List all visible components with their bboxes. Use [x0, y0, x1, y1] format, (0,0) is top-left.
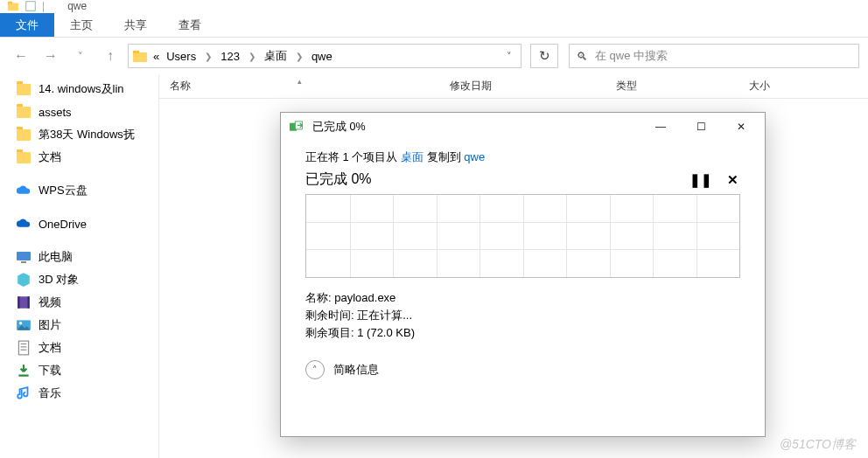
pictures-icon: [16, 317, 32, 333]
sidebar-item-wps[interactable]: WPS云盘: [0, 179, 158, 202]
qat-item-icon[interactable]: [24, 0, 37, 12]
sidebar-item-label: 下载: [38, 363, 61, 378]
folder-qat-icon: [7, 0, 19, 12]
svg-rect-16: [18, 375, 28, 377]
chevron-right-icon[interactable]: ❯: [245, 52, 259, 61]
svg-rect-4: [133, 51, 139, 53]
document-icon: [16, 340, 32, 356]
search-input[interactable]: 🔍︎ 在 qwe 中搜索: [569, 44, 859, 68]
detail-name: 名称: payload.exe: [305, 290, 740, 306]
sidebar-item-label: 视频: [38, 295, 61, 310]
collapse-details-button[interactable]: ˄: [305, 360, 325, 379]
navigation-pane: 14. windows及lin assets 第38天 Windows抚 文档 …: [0, 74, 159, 458]
film-icon: [16, 295, 32, 310]
column-header-type[interactable]: 类型: [606, 79, 728, 94]
sidebar-item-label: 文档: [38, 340, 61, 356]
svg-rect-3: [133, 52, 147, 62]
download-icon: [16, 363, 32, 378]
dialog-title: 已完成 0%: [312, 120, 366, 135]
folder-icon: [16, 127, 32, 142]
breadcrumb-item[interactable]: qwe: [310, 50, 334, 63]
sidebar-item-videos[interactable]: 视频: [0, 291, 158, 314]
detail-time: 剩余时间: 正在计算...: [305, 308, 740, 323]
search-icon: 🔍︎: [577, 50, 588, 63]
copy-progress-dialog: 已完成 0% — ☐ ✕ 正在将 1 个项目从 桌面 复制到 qwe 已完成 0…: [280, 112, 766, 437]
progress-label: 已完成 0%: [305, 170, 372, 189]
cloud-icon: [16, 216, 32, 232]
back-button[interactable]: ←: [9, 44, 33, 68]
cancel-button[interactable]: ✕: [724, 172, 740, 188]
svg-rect-0: [8, 3, 18, 11]
copy-dest-link[interactable]: qwe: [464, 150, 485, 163]
column-headers: ▴名称 修改日期 类型 大小: [159, 74, 868, 99]
svg-rect-5: [17, 252, 31, 260]
svg-rect-6: [21, 261, 26, 263]
sidebar-item-downloads[interactable]: 下载: [0, 359, 158, 382]
column-header-date[interactable]: 修改日期: [439, 79, 606, 94]
sidebar-item-thispc[interactable]: 此电脑: [0, 246, 158, 268]
svg-point-11: [19, 322, 22, 324]
forward-button[interactable]: →: [38, 44, 63, 68]
sidebar-item-label: 3D 对象: [38, 272, 79, 288]
sidebar-item-label: WPS云盘: [38, 183, 88, 198]
sidebar-item-onedrive[interactable]: OneDrive: [0, 212, 158, 235]
chevron-right-icon[interactable]: ❯: [201, 52, 215, 61]
music-icon: [16, 385, 32, 401]
search-placeholder: 在 qwe 中搜索: [595, 48, 668, 64]
maximize-button[interactable]: ☐: [681, 114, 721, 140]
sidebar-item-quick[interactable]: 文档: [0, 146, 158, 169]
pause-button[interactable]: ❚❚: [690, 172, 705, 188]
svg-rect-12: [18, 341, 28, 355]
ribbon-tab-view[interactable]: 查看: [163, 13, 217, 37]
breadcrumb-item[interactable]: 123: [219, 50, 242, 63]
sidebar-item-documents[interactable]: 文档: [0, 337, 158, 359]
sort-asc-icon: ▴: [298, 77, 302, 86]
sidebar-item-label: 音乐: [38, 385, 61, 401]
column-header-size[interactable]: 大小: [728, 79, 780, 94]
throughput-graph: [305, 194, 740, 278]
detail-items: 剩余项目: 1 (72.0 KB): [305, 325, 740, 341]
sidebar-item-music[interactable]: 音乐: [0, 382, 158, 405]
sidebar-item-quick[interactable]: 第38天 Windows抚: [0, 123, 158, 146]
refresh-button[interactable]: ↻: [530, 44, 558, 68]
sidebar-item-pictures[interactable]: 图片: [0, 314, 158, 337]
breadcrumb-prefix[interactable]: «: [151, 50, 161, 63]
sidebar-item-3dobjects[interactable]: 3D 对象: [0, 268, 158, 291]
svg-rect-2: [26, 2, 36, 11]
folder-icon: [16, 104, 32, 120]
sidebar-item-label: 文档: [38, 149, 61, 165]
ribbon-tab-home[interactable]: 主页: [54, 13, 108, 37]
cube-icon: [16, 272, 32, 288]
minimize-button[interactable]: —: [640, 114, 681, 140]
address-dropdown-icon[interactable]: ˅: [501, 51, 517, 62]
ribbon-tab-share[interactable]: 共享: [108, 13, 163, 37]
svg-rect-1: [8, 2, 12, 4]
sidebar-item-label: 第38天 Windows抚: [38, 127, 135, 142]
copy-source-link[interactable]: 桌面: [401, 150, 424, 163]
close-button[interactable]: ✕: [721, 114, 761, 140]
fewer-details-label[interactable]: 简略信息: [333, 362, 379, 378]
chevron-right-icon[interactable]: ❯: [292, 52, 306, 61]
cloud-icon: [16, 183, 32, 198]
folder-icon: [16, 81, 32, 97]
copy-description: 正在将 1 个项目从 桌面 复制到 qwe: [305, 149, 740, 165]
column-header-name[interactable]: ▴名称: [159, 79, 439, 94]
sidebar-item-label: 此电脑: [38, 249, 73, 265]
history-dropdown[interactable]: ˅: [68, 44, 93, 68]
sidebar-item-quick[interactable]: 14. windows及lin: [0, 78, 158, 101]
breadcrumb-item[interactable]: 桌面: [262, 48, 289, 64]
navigation-bar: ← → ˅ ↑ « Users ❯ 123 ❯ 桌面 ❯ qwe ˅ ↻ 🔍︎ …: [0, 38, 868, 74]
up-button[interactable]: ↑: [98, 44, 122, 68]
computer-icon: [16, 249, 32, 265]
breadcrumb-item[interactable]: Users: [164, 50, 198, 63]
sidebar-item-label: OneDrive: [38, 218, 87, 231]
copy-overlay-icon: [290, 121, 305, 133]
sidebar-item-label: assets: [38, 106, 72, 119]
address-bar[interactable]: « Users ❯ 123 ❯ 桌面 ❯ qwe ˅: [128, 44, 522, 68]
dialog-titlebar[interactable]: 已完成 0% — ☐ ✕: [281, 113, 765, 141]
ribbon-tab-file[interactable]: 文件: [0, 13, 54, 37]
svg-rect-9: [28, 296, 30, 309]
svg-rect-8: [18, 296, 19, 309]
sidebar-item-quick[interactable]: assets: [0, 101, 158, 123]
folder-icon: [132, 49, 148, 63]
